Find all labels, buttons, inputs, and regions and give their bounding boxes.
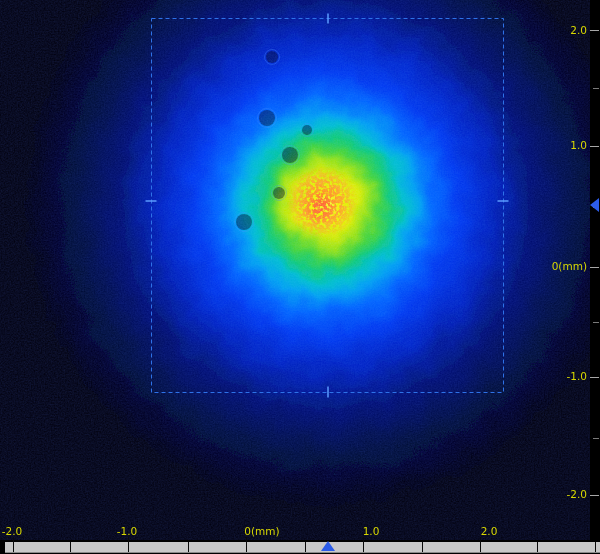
bottom-axis-tick [188, 542, 189, 552]
bottom-axis-tick [305, 542, 306, 552]
centroid-marker-vertical[interactable] [590, 198, 599, 212]
right-axis-tick [590, 267, 599, 268]
bottom-axis-ruler [5, 542, 600, 553]
beam-intensity-map [0, 0, 590, 540]
right-axis-label: 1.0 [570, 139, 587, 151]
bottom-axis-tick [595, 542, 596, 552]
beam-profiler-window: 2.0 1.0 0(mm) -1.0 -2.0 -2.0 -1.0 0(mm) … [0, 0, 600, 554]
right-axis-tick [593, 88, 599, 89]
right-axis-tick [590, 30, 599, 31]
right-axis-tick [590, 146, 599, 147]
bottom-axis-label: -1.0 [117, 525, 138, 537]
right-axis-label: -1.0 [567, 370, 588, 382]
bottom-axis-label: -2.0 [2, 525, 23, 537]
bottom-axis-tick [128, 537, 129, 552]
bottom-axis: -2.0 -1.0 0(mm) 1.0 2.0 [0, 540, 600, 554]
bottom-axis-tick [422, 542, 423, 552]
right-axis-tick [593, 438, 599, 439]
right-axis-tick [590, 377, 599, 378]
bottom-axis-tick [480, 537, 481, 552]
right-axis-label: -2.0 [567, 488, 588, 500]
right-axis-tick [593, 322, 599, 323]
right-axis [590, 0, 600, 540]
right-axis-label: 2.0 [570, 24, 587, 36]
bottom-axis-tick [70, 542, 71, 552]
centroid-marker-horizontal[interactable] [321, 541, 335, 551]
bottom-axis-tick [13, 537, 14, 552]
bottom-axis-tick [537, 542, 538, 552]
bottom-axis-tick [363, 537, 364, 552]
bottom-axis-label: 0(mm) [244, 525, 279, 537]
right-axis-tick [590, 495, 599, 496]
right-axis-label: 0(mm) [552, 260, 587, 272]
sensor-noise-overlay [0, 0, 590, 540]
beam-image-area [0, 0, 590, 540]
bottom-axis-label: 2.0 [481, 525, 498, 537]
bottom-axis-label: 1.0 [363, 525, 380, 537]
bottom-axis-tick [246, 537, 247, 552]
